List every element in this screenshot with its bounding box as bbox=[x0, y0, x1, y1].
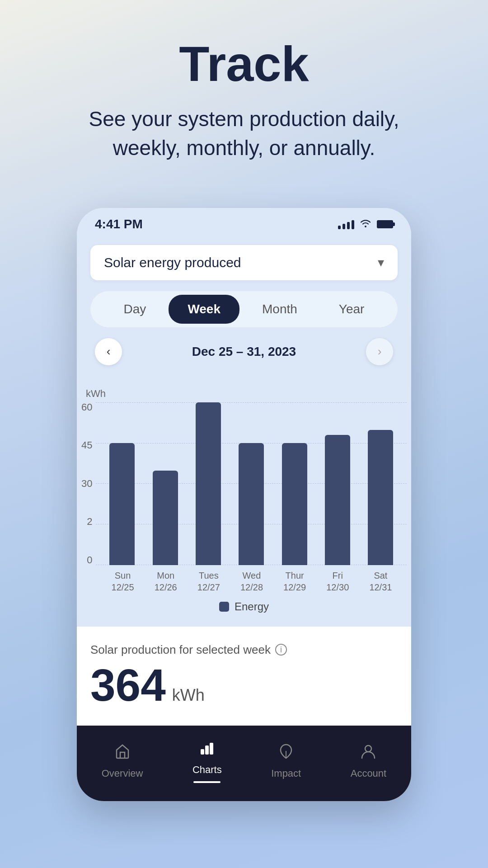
next-period-button[interactable]: › bbox=[366, 338, 393, 365]
tab-day[interactable]: Day bbox=[105, 295, 165, 324]
legend-dot-energy bbox=[219, 602, 229, 612]
x-tick-tues: Tues12/27 bbox=[197, 570, 220, 593]
y-tick-2: 2 bbox=[87, 517, 92, 527]
nav-item-account[interactable]: Account bbox=[337, 738, 400, 784]
chart-inner: 60 45 30 2 0 bbox=[81, 402, 407, 565]
y-tick-30: 30 bbox=[81, 479, 92, 489]
dropdown-label: Solar energy produced bbox=[104, 255, 241, 270]
bar-sun bbox=[109, 443, 135, 565]
x-axis: Sun12/25 Mon12/26 Tues12/27 Wed12/28 Thu… bbox=[81, 565, 407, 593]
bottom-nav: Overview Charts Impact bbox=[77, 726, 411, 801]
wifi-icon bbox=[360, 218, 371, 231]
svg-rect-1 bbox=[205, 745, 209, 755]
signal-icon bbox=[338, 219, 354, 229]
nav-label-account: Account bbox=[351, 768, 387, 779]
bar-value-thur bbox=[282, 443, 307, 565]
app-content: Solar energy produced ▾ Day Week Month Y… bbox=[77, 236, 411, 383]
bar-mon bbox=[153, 471, 178, 565]
date-range-label: Dec 25 – 31, 2023 bbox=[192, 344, 296, 359]
svg-rect-0 bbox=[201, 749, 204, 755]
chart-container: kWh 60 45 30 2 0 bbox=[77, 388, 411, 618]
chart-legend: Energy bbox=[81, 600, 407, 618]
leaf-icon bbox=[277, 743, 295, 764]
metric-dropdown[interactable]: Solar energy produced ▾ bbox=[90, 245, 398, 280]
phone-mockup: 4:41 PM Solar energy produced ▾ bbox=[77, 208, 411, 801]
nav-item-charts[interactable]: Charts bbox=[179, 735, 235, 788]
bar-value-mon bbox=[153, 471, 178, 565]
nav-label-impact: Impact bbox=[271, 768, 301, 779]
status-bar: 4:41 PM bbox=[77, 208, 411, 236]
x-tick-thur: Thur12/29 bbox=[283, 570, 306, 593]
legend-label-energy: Energy bbox=[235, 600, 269, 613]
x-tick-fri: Fri12/30 bbox=[326, 570, 349, 593]
bar-thur bbox=[282, 443, 307, 565]
nav-item-overview[interactable]: Overview bbox=[88, 738, 157, 784]
nav-label-overview: Overview bbox=[102, 768, 143, 779]
person-icon bbox=[360, 743, 377, 764]
bar-wed bbox=[239, 443, 264, 565]
summary-value: 364 kWh bbox=[90, 662, 398, 708]
page-title: Track bbox=[27, 36, 461, 91]
bar-value-sat bbox=[368, 430, 393, 565]
y-axis-label: kWh bbox=[86, 388, 407, 400]
chart-area: kWh 60 45 30 2 0 bbox=[77, 383, 411, 627]
summary-title: Solar production for selected week i bbox=[90, 643, 398, 657]
tab-month[interactable]: Month bbox=[243, 295, 316, 324]
page-header: Track See your system production daily, … bbox=[0, 0, 488, 190]
date-navigation: ‹ Dec 25 – 31, 2023 › bbox=[90, 338, 398, 365]
charts-icon bbox=[198, 739, 216, 760]
bars-area bbox=[96, 402, 407, 565]
tab-year[interactable]: Year bbox=[320, 295, 384, 324]
status-icons bbox=[338, 218, 393, 231]
bar-tues bbox=[196, 402, 221, 565]
bars-wrapper bbox=[96, 402, 407, 565]
svg-rect-2 bbox=[210, 743, 213, 755]
summary-unit: kWh bbox=[172, 686, 205, 705]
home-icon bbox=[114, 743, 131, 764]
nav-active-indicator bbox=[193, 781, 221, 783]
page-subtitle: See your system production daily, weekly… bbox=[63, 104, 425, 163]
bar-fri bbox=[325, 435, 350, 565]
bar-value-wed bbox=[239, 443, 264, 565]
y-tick-45: 45 bbox=[81, 440, 92, 450]
bar-value-sun bbox=[109, 443, 135, 565]
y-tick-60: 60 bbox=[81, 402, 92, 412]
x-tick-sat: Sat12/31 bbox=[369, 570, 392, 593]
chevron-down-icon: ▾ bbox=[378, 255, 384, 270]
bar-value-fri bbox=[325, 435, 350, 565]
nav-label-charts: Charts bbox=[192, 764, 222, 776]
prev-period-button[interactable]: ‹ bbox=[95, 338, 122, 365]
svg-point-3 bbox=[365, 745, 371, 752]
y-axis: 60 45 30 2 0 bbox=[81, 402, 92, 565]
x-tick-sun: Sun12/25 bbox=[112, 570, 134, 593]
bar-value-tues bbox=[196, 402, 221, 565]
x-tick-mon: Mon12/26 bbox=[155, 570, 177, 593]
summary-section: Solar production for selected week i 364… bbox=[77, 627, 411, 726]
y-tick-0: 0 bbox=[87, 555, 92, 565]
info-icon[interactable]: i bbox=[275, 644, 287, 656]
status-time: 4:41 PM bbox=[95, 217, 143, 231]
bar-sat bbox=[368, 430, 393, 565]
nav-item-impact[interactable]: Impact bbox=[258, 738, 314, 784]
x-tick-wed: Wed12/28 bbox=[240, 570, 263, 593]
period-tabs: Day Week Month Year bbox=[90, 291, 398, 327]
battery-icon bbox=[377, 220, 393, 228]
summary-number: 364 bbox=[90, 662, 166, 708]
tab-week[interactable]: Week bbox=[169, 295, 239, 324]
